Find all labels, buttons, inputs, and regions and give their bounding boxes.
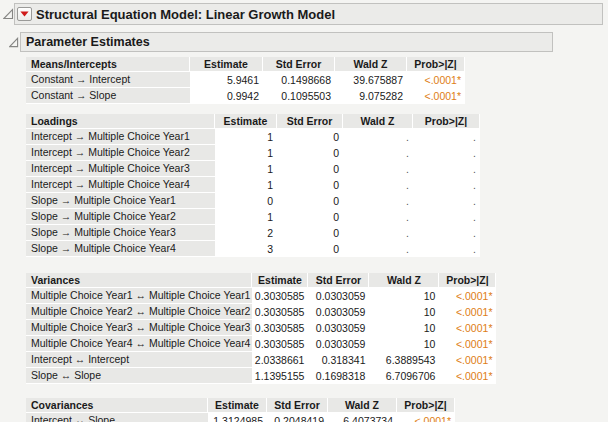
red-triangle-icon	[20, 11, 29, 17]
table-row: Multiple Choice Year4 ↔ Multiple Choice …	[26, 336, 496, 352]
table-row: Slope ↔ Slope1.13951550.16983186.7096706…	[26, 368, 496, 384]
value-cell: 1.3124985	[208, 413, 267, 422]
value-cell: <.0001*	[439, 320, 496, 336]
table-row: Constant → Intercept5.94610.149866839.67…	[26, 72, 465, 88]
column-header: Wald Z	[335, 57, 407, 72]
table-row: Intercept ↔ Intercept2.03386610.3183416.…	[26, 352, 496, 368]
value-cell: <.0001*	[407, 72, 465, 88]
report-title-bar: Structural Equation Model: Linear Growth…	[14, 3, 603, 25]
value-cell: <.0001*	[407, 88, 465, 104]
value-cell: .	[413, 177, 480, 193]
value-cell: 0.3030585	[252, 288, 308, 304]
column-header: Std Error	[308, 273, 369, 288]
param-table-means-intercepts: Means/InterceptsEstimateStd ErrorWald ZP…	[26, 57, 465, 104]
table-row: Multiple Choice Year1 ↔ Multiple Choice …	[26, 288, 496, 304]
row-label: Intercept → Multiple Choice Year1	[26, 129, 215, 145]
table-row: Constant → Slope0.99420.10955039.075282<…	[26, 88, 465, 104]
value-cell: 1	[215, 145, 277, 161]
table-row: Multiple Choice Year2 ↔ Multiple Choice …	[26, 304, 496, 320]
column-header: Std Error	[277, 114, 343, 129]
value-cell: 0.0303059	[308, 320, 369, 336]
value-cell: .	[413, 241, 480, 257]
parameter-estimates-header-row: Parameter Estimates	[0, 32, 608, 52]
red-triangle-menu-button[interactable]	[17, 7, 32, 21]
table-header-row: CovariancesEstimateStd ErrorWald ZProb>|…	[26, 398, 455, 413]
table-title: Means/Intercepts	[26, 57, 190, 72]
value-cell: 6.3889543	[369, 352, 439, 368]
value-cell: 0.318341	[308, 352, 369, 368]
row-label: Multiple Choice Year2 ↔ Multiple Choice …	[26, 304, 252, 320]
row-label: Multiple Choice Year4 ↔ Multiple Choice …	[26, 336, 252, 352]
value-cell: 10	[369, 320, 439, 336]
column-header: Wald Z	[369, 273, 439, 288]
value-cell: .	[343, 145, 413, 161]
value-cell: 0	[277, 241, 343, 257]
column-header: Estimate	[215, 114, 277, 129]
disclosure-triangle-glyph	[3, 8, 14, 20]
table-header-row: Means/InterceptsEstimateStd ErrorWald ZP…	[26, 57, 465, 72]
value-cell: 0	[277, 145, 343, 161]
value-cell: 0.3030585	[252, 304, 308, 320]
row-label: Constant → Intercept	[26, 72, 190, 88]
value-cell: 0.0303059	[308, 304, 369, 320]
table-row: Slope → Multiple Choice Year210..	[26, 209, 480, 225]
value-cell: 0	[277, 177, 343, 193]
value-cell: 6.4073734	[328, 413, 397, 422]
disclosure-triangle-open-icon[interactable]	[3, 8, 14, 20]
value-cell: 0	[277, 193, 343, 209]
table-row: Slope → Multiple Choice Year430..	[26, 241, 480, 257]
row-label: Constant → Slope	[26, 88, 190, 104]
table-title: Covariances	[26, 398, 208, 413]
value-cell: .	[413, 145, 480, 161]
value-cell: 1.1395155	[252, 368, 308, 384]
row-label: Slope → Multiple Choice Year1	[26, 193, 215, 209]
value-cell: .	[413, 161, 480, 177]
value-cell: 2	[215, 225, 277, 241]
value-cell: 0.1095503	[263, 88, 335, 104]
table-row: Intercept → Multiple Choice Year310..	[26, 161, 480, 177]
value-cell: 10	[369, 304, 439, 320]
value-cell: 1	[215, 177, 277, 193]
value-cell: .	[343, 193, 413, 209]
value-cell: 3	[215, 241, 277, 257]
value-cell: .	[343, 209, 413, 225]
column-header: Prob>|Z|	[397, 398, 455, 413]
column-header: Prob>|Z|	[439, 273, 496, 288]
value-cell: 39.675887	[335, 72, 407, 88]
value-cell: .	[343, 241, 413, 257]
param-table-covariances: CovariancesEstimateStd ErrorWald ZProb>|…	[26, 398, 455, 422]
section-title-bar: Parameter Estimates	[20, 32, 553, 52]
column-header: Estimate	[208, 398, 267, 413]
row-label: Multiple Choice Year3 ↔ Multiple Choice …	[26, 320, 252, 336]
value-cell: 0.2048419	[267, 413, 328, 422]
value-cell: 0.1498668	[263, 72, 335, 88]
row-label: Intercept → Multiple Choice Year2	[26, 145, 215, 161]
disclosure-triangle-glyph	[9, 37, 19, 48]
disclosure-triangle-open-icon[interactable]	[9, 37, 19, 48]
value-cell: 5.9461	[190, 72, 263, 88]
param-table-loadings: LoadingsEstimateStd ErrorWald ZProb>|Z|I…	[26, 114, 480, 257]
column-header: Wald Z	[328, 398, 397, 413]
value-cell: .	[343, 129, 413, 145]
value-cell: 0	[277, 161, 343, 177]
value-cell: 1	[215, 209, 277, 225]
value-cell: 0.1698318	[308, 368, 369, 384]
row-label: Intercept ↔ Intercept	[26, 352, 252, 368]
value-cell: 10	[369, 336, 439, 352]
report-window: Structural Equation Model: Linear Growth…	[0, 3, 608, 422]
parameter-tables: Means/InterceptsEstimateStd ErrorWald ZP…	[0, 57, 608, 422]
value-cell: 1	[215, 161, 277, 177]
column-header: Prob>|Z|	[407, 57, 465, 72]
row-label: Intercept → Multiple Choice Year4	[26, 177, 215, 193]
value-cell: <.0001*	[439, 288, 496, 304]
value-cell: 0	[277, 129, 343, 145]
value-cell: <.0001*	[439, 304, 496, 320]
value-cell: .	[413, 225, 480, 241]
section-title: Parameter Estimates	[21, 35, 150, 49]
value-cell: 0	[277, 225, 343, 241]
column-header: Std Error	[267, 398, 328, 413]
row-label: Intercept ↔ Slope	[26, 413, 208, 422]
value-cell: 0.3030585	[252, 336, 308, 352]
report-title: Structural Equation Model: Linear Growth…	[32, 7, 335, 22]
value-cell: 9.075282	[335, 88, 407, 104]
